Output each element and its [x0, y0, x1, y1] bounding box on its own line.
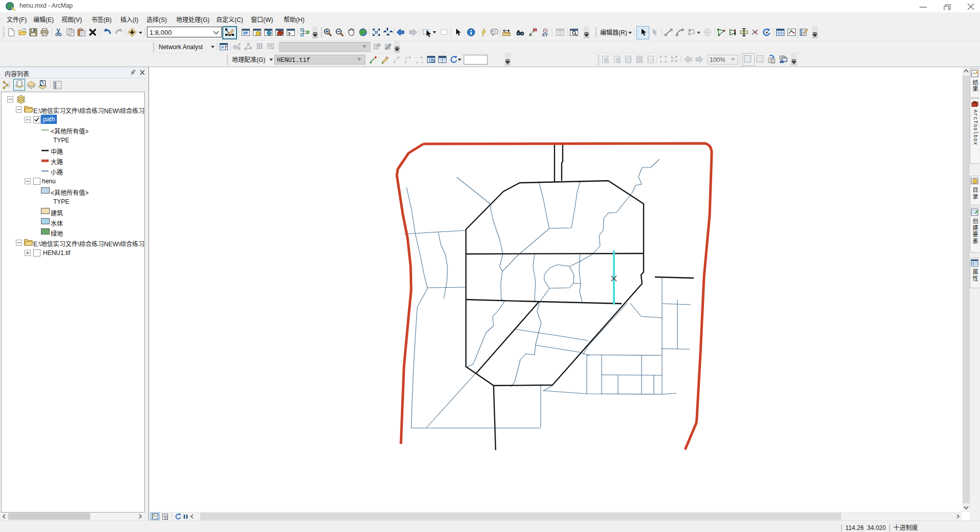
svg-text:HENU1.tif: HENU1.tif	[277, 57, 310, 64]
svg-text:编辑器(R): 编辑器(R)	[600, 29, 627, 36]
svg-text:1:1: 1:1	[649, 58, 654, 61]
svg-text:地理配准(G): 地理配准(G)	[232, 56, 265, 63]
svg-text:100%: 100%	[710, 56, 726, 63]
svg-text:Network Analyst: Network Analyst	[159, 44, 203, 51]
svg-text:1:8,000: 1:8,000	[150, 29, 172, 36]
svg-text:XY: XY	[542, 32, 548, 37]
